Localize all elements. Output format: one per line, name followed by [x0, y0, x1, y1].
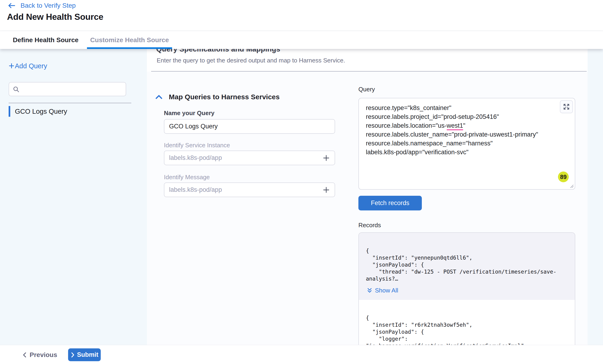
chevron-up-icon — [155, 94, 162, 100]
name-query-input[interactable] — [169, 123, 330, 130]
tab-customize-health-source[interactable]: Customize Health Source — [87, 31, 172, 49]
plus-icon — [323, 154, 330, 162]
show-all-link[interactable]: Show All — [367, 287, 398, 294]
panel-body: Map Queries to Harness Services Name you… — [147, 71, 588, 345]
chevron-left-icon — [22, 352, 27, 358]
map-queries-title: Map Queries to Harness Services — [169, 93, 279, 101]
plus-icon: + — [9, 61, 14, 71]
map-queries-collapse-header[interactable]: Map Queries to Harness Services — [155, 93, 279, 101]
app-header: Back to Verify Step Add New Health Sourc… — [0, 0, 603, 31]
char-count-badge: 89 — [558, 171, 569, 182]
query-sidebar: + Add Query GCO Logs Query — [0, 49, 147, 345]
identify-service-instance-field — [164, 150, 335, 165]
identify-service-instance-label: Identify Service Instance — [164, 142, 230, 149]
back-link-label: Back to Verify Step — [21, 2, 76, 9]
panel-header: Query Specifications and Mappings Enter … — [147, 49, 588, 71]
query-item-label: GCO Logs Query — [15, 108, 67, 115]
add-message-button[interactable] — [323, 186, 330, 194]
search-input[interactable] — [22, 86, 122, 93]
sidebar-divider — [9, 103, 131, 103]
submit-label: Submit — [77, 351, 98, 358]
content-region: + Add Query GCO Logs Query Query Specifi… — [0, 49, 603, 345]
query-text: resource.type="k8s_container" resource.l… — [366, 103, 538, 157]
record-json: { "insertId": "yennepun0qtd6ll6", "jsonP… — [359, 233, 575, 282]
name-query-field — [164, 119, 335, 134]
back-arrow-icon — [8, 2, 15, 9]
back-link[interactable]: Back to Verify Step — [8, 2, 76, 9]
tab-bar: Define Health Source Customize Health So… — [0, 31, 603, 49]
add-service-instance-button[interactable] — [323, 154, 330, 162]
identify-message-label: Identify Message — [164, 174, 210, 181]
fullscreen-expand-icon — [563, 103, 570, 110]
expand-query-button[interactable] — [560, 100, 573, 113]
page-title: Add New Health Source — [7, 12, 103, 22]
query-label: Query — [358, 86, 375, 93]
chevron-right-icon — [70, 352, 75, 358]
previous-label: Previous — [30, 351, 57, 359]
record-json: { "insertId": "r6rk2tnah3owf5eh", "jsonP… — [359, 300, 575, 345]
identify-service-instance-input[interactable] — [169, 154, 319, 161]
record-item: { "insertId": "yennepun0qtd6ll6", "jsonP… — [359, 233, 575, 300]
previous-button[interactable]: Previous — [22, 350, 57, 360]
resize-grip[interactable] — [570, 184, 574, 188]
section-title: Query Specifications and Mappings — [156, 49, 280, 53]
search-icon — [13, 86, 19, 92]
tab-define-health-source[interactable]: Define Health Source — [10, 31, 82, 49]
query-editor[interactable]: resource.type="k8s_container" resource.l… — [358, 98, 575, 190]
main-panel: Query Specifications and Mappings Enter … — [147, 49, 588, 345]
name-query-label: Name your Query — [164, 110, 215, 117]
query-list-item-selected[interactable]: GCO Logs Query — [9, 106, 67, 117]
plus-icon — [323, 186, 330, 194]
records-label: Records — [358, 222, 381, 229]
double-chevron-down-icon — [367, 288, 372, 294]
fetch-records-button[interactable]: Fetch records — [358, 196, 422, 210]
footer-bar: Previous Submit — [0, 345, 603, 364]
add-query-button[interactable]: + Add Query — [9, 61, 47, 71]
section-subtitle: Enter the query to get the desired outpu… — [157, 57, 345, 64]
record-item: { "insertId": "r6rk2tnah3owf5eh", "jsonP… — [359, 300, 575, 345]
query-search-box — [9, 82, 126, 96]
add-query-label: Add Query — [15, 62, 47, 70]
show-all-label: Show All — [375, 287, 398, 294]
submit-button[interactable]: Submit — [68, 348, 101, 361]
identify-message-field — [164, 182, 335, 197]
records-panel: { "insertId": "yennepun0qtd6ll6", "jsonP… — [358, 232, 575, 345]
identify-message-input[interactable] — [169, 186, 319, 193]
selected-accent-bar — [9, 106, 10, 117]
